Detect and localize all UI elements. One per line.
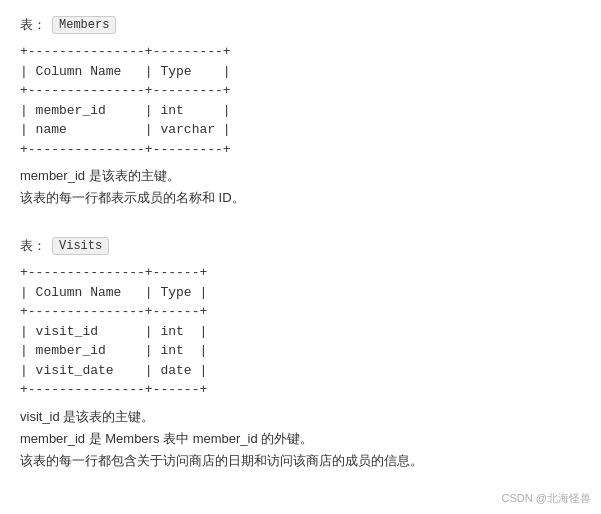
description-line: member_id 是该表的主键。 [20, 165, 581, 187]
description-line: member_id 是 Members 表中 member_id 的外键。 [20, 428, 581, 450]
table-name-badge-visits: Visits [52, 237, 109, 255]
section-members: 表：Members+---------------+---------+ | C… [20, 16, 581, 209]
table-name-badge-members: Members [52, 16, 116, 34]
ascii-table-members: +---------------+---------+ | Column Nam… [20, 42, 581, 159]
table-label-visits: 表：Visits [20, 237, 581, 255]
description-visits: visit_id 是该表的主键。member_id 是 Members 表中 m… [20, 406, 581, 472]
section-visits: 表：Visits+---------------+------+ | Colum… [20, 237, 581, 472]
watermark: CSDN @北海怪兽 [502, 491, 591, 506]
table-label-prefix-1: 表： [20, 237, 46, 255]
description-line: 该表的每一行都表示成员的名称和 ID。 [20, 187, 581, 209]
description-members: member_id 是该表的主键。该表的每一行都表示成员的名称和 ID。 [20, 165, 581, 209]
description-line: 该表的每一行都包含关于访问商店的日期和访问该商店的成员的信息。 [20, 450, 581, 472]
table-label-prefix-0: 表： [20, 16, 46, 34]
table-label-members: 表：Members [20, 16, 581, 34]
description-line: visit_id 是该表的主键。 [20, 406, 581, 428]
ascii-table-visits: +---------------+------+ | Column Name |… [20, 263, 581, 400]
